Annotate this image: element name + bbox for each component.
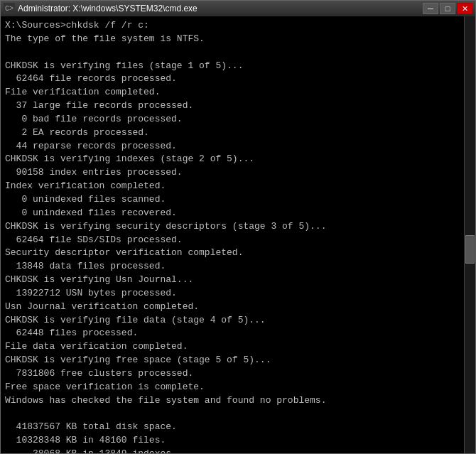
cmd-window: C> Administrator: X:\windows\SYSTEM32\cm… [0, 0, 476, 454]
title-bar-left: C> Administrator: X:\windows\SYSTEM32\cm… [4, 3, 198, 14]
cmd-icon: C> [4, 3, 15, 14]
title-bar: C> Administrator: X:\windows\SYSTEM32\cm… [1, 1, 475, 16]
console-area: X:\Sources>chkdsk /f /r c: The type of t… [1, 16, 475, 453]
title-bar-buttons: ─ □ ✕ [423, 3, 472, 14]
minimize-button[interactable]: ─ [423, 3, 438, 14]
title-bar-text: Administrator: X:\windows\SYSTEM32\cmd.e… [18, 4, 198, 13]
console-output: X:\Sources>chkdsk /f /r c: The type of t… [5, 19, 471, 453]
scrollbar-thumb[interactable] [465, 235, 475, 264]
scrollbar[interactable] [464, 16, 475, 453]
close-button[interactable]: ✕ [457, 3, 472, 14]
maximize-button[interactable]: □ [440, 3, 455, 14]
